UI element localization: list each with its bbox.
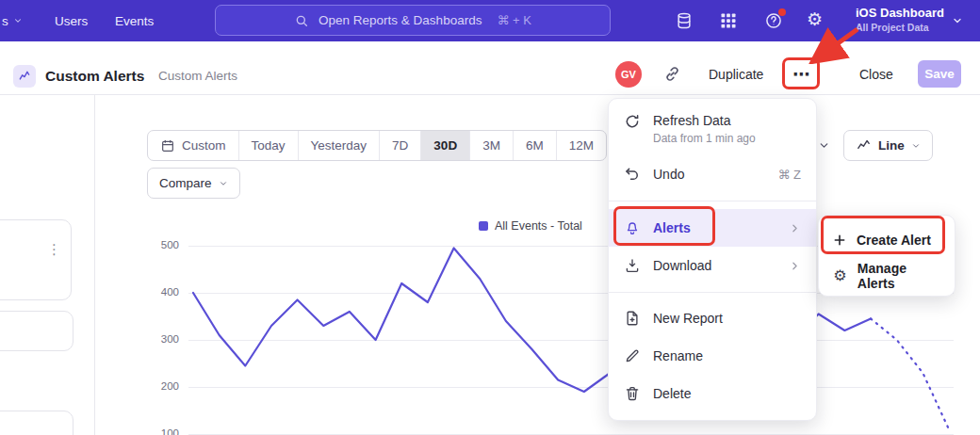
menu-item-new-report[interactable]: New Report — [609, 299, 816, 337]
segment-today[interactable]: Today — [238, 131, 298, 160]
chart-type-label: Line — [878, 138, 905, 153]
segment-30d-selected[interactable]: 30D — [420, 131, 469, 160]
chevron-down-icon[interactable] — [952, 15, 963, 26]
menu-item-rename[interactable]: Rename — [609, 337, 816, 375]
refresh-icon — [624, 113, 641, 130]
y-axis-tick: 400 — [141, 286, 179, 298]
search-placeholder: Open Reports & Dashboards — [318, 13, 482, 27]
nav-item-users[interactable]: Users — [55, 0, 88, 41]
segment-7d[interactable]: 7D — [379, 131, 420, 160]
segment-12m[interactable]: 12M — [556, 131, 606, 160]
menu-item-label: Undo — [653, 167, 684, 182]
report-header: Custom Alerts Custom Alerts GV Duplicate… — [0, 41, 980, 95]
segment-6m[interactable]: 6M — [513, 131, 556, 160]
menu-item-shortcut: ⌘ Z — [777, 168, 801, 182]
gear-icon: ⚙ — [832, 267, 848, 284]
gear-icon[interactable]: ⚙ — [807, 10, 825, 29]
date-range-segmented-control: Custom Today Yesterday 7D 30D 3M 6M 12M — [147, 130, 607, 161]
global-search-input[interactable]: Open Reports & Dashboards ⌘ + K — [215, 5, 611, 36]
chart-legend: All Events - Total — [479, 219, 582, 233]
app: s Users Events Open Reports & Dashboards… — [0, 0, 980, 435]
duplicate-button[interactable]: Duplicate — [709, 67, 763, 82]
alerts-submenu: Create Alert ⚙ Manage Alerts — [818, 215, 956, 297]
menu-item-label: Delete — [653, 386, 691, 401]
calendar-icon — [160, 138, 175, 153]
download-icon — [624, 257, 641, 274]
menu-divider — [609, 201, 816, 201]
submenu-item-create-alert[interactable]: Create Alert — [819, 223, 955, 257]
y-axis-tick: 500 — [141, 239, 179, 250]
chevron-right-icon — [789, 260, 801, 272]
chevron-down-icon — [13, 16, 23, 25]
compare-button[interactable]: Compare — [147, 168, 240, 199]
project-title: iOS Dashboard — [856, 6, 944, 20]
menu-item-label: New Report — [653, 311, 723, 326]
search-shortcut: ⌘ + K — [497, 13, 531, 27]
menu-divider — [609, 292, 816, 293]
close-button[interactable]: Close — [859, 67, 893, 82]
menu-item-label: Refresh Data — [653, 113, 756, 128]
menu-item-label: Rename — [653, 348, 703, 363]
search-icon — [294, 13, 309, 28]
notification-dot — [778, 8, 786, 16]
legend-label: All Events - Total — [495, 219, 582, 233]
menu-item-refresh-data[interactable]: Refresh Data Data from 1 min ago — [609, 106, 816, 155]
context-menu: Refresh Data Data from 1 min ago Undo ⌘ … — [608, 98, 817, 421]
pencil-icon — [624, 347, 641, 364]
y-axis-tick: 200 — [141, 380, 179, 392]
project-selector[interactable]: iOS Dashboard All Project Data — [856, 6, 944, 33]
segment-custom[interactable]: Custom — [148, 131, 238, 160]
project-subtitle: All Project Data — [856, 22, 944, 33]
chart-type-button[interactable]: Line — [843, 130, 933, 161]
menu-item-label: Alerts — [653, 220, 691, 235]
avatar[interactable]: GV — [615, 61, 642, 88]
chevron-down-icon[interactable] — [818, 139, 830, 152]
top-navbar: s Users Events Open Reports & Dashboards… — [0, 0, 980, 41]
menu-item-label: Download — [653, 258, 711, 273]
new-report-icon — [624, 310, 641, 327]
y-axis-tick: 100 — [141, 427, 179, 435]
link-icon[interactable] — [663, 65, 681, 83]
submenu-item-manage-alerts[interactable]: ⚙ Manage Alerts — [819, 259, 955, 293]
breadcrumb: Custom Alerts — [158, 69, 237, 83]
sidebar-divider — [94, 95, 95, 435]
kebab-icon[interactable]: ⋮ — [47, 241, 61, 258]
nav-item-boards-partial[interactable]: s — [2, 0, 23, 41]
plus-icon — [832, 233, 847, 248]
sidebar-card[interactable] — [0, 311, 74, 351]
bell-icon — [624, 219, 641, 236]
data-management-icon[interactable] — [675, 11, 694, 30]
chevron-down-icon — [911, 141, 921, 151]
report-icon — [13, 65, 36, 88]
sidebar-card[interactable] — [0, 411, 74, 435]
submenu-item-label: Manage Alerts — [858, 261, 941, 291]
trash-icon — [624, 385, 641, 402]
save-button[interactable]: Save — [918, 60, 961, 88]
menu-item-undo[interactable]: Undo ⌘ Z — [609, 155, 816, 193]
chevron-down-icon — [219, 179, 228, 188]
nav-item-events[interactable]: Events — [115, 0, 154, 41]
sidebar-card[interactable] — [0, 219, 72, 300]
undo-icon — [624, 166, 641, 183]
compare-label: Compare — [159, 176, 212, 190]
apps-grid-icon[interactable] — [719, 11, 738, 30]
segment-label: Custom — [182, 138, 226, 153]
chevron-right-icon — [789, 222, 801, 234]
segment-3m[interactable]: 3M — [469, 131, 513, 160]
submenu-item-label: Create Alert — [857, 233, 931, 248]
menu-item-delete[interactable]: Delete — [609, 375, 816, 412]
menu-item-alerts[interactable]: Alerts — [609, 209, 816, 247]
menu-item-download[interactable]: Download — [609, 247, 816, 284]
y-axis-tick: 300 — [141, 333, 179, 345]
line-chart-icon — [856, 137, 872, 153]
page-title: Custom Alerts — [45, 68, 144, 85]
menu-item-sublabel: Data from 1 min ago — [653, 132, 756, 145]
segment-yesterday[interactable]: Yesterday — [298, 131, 380, 160]
legend-swatch — [479, 221, 488, 231]
nav-item-label: s — [2, 14, 8, 28]
more-options-button[interactable]: ⋯ — [787, 61, 815, 88]
